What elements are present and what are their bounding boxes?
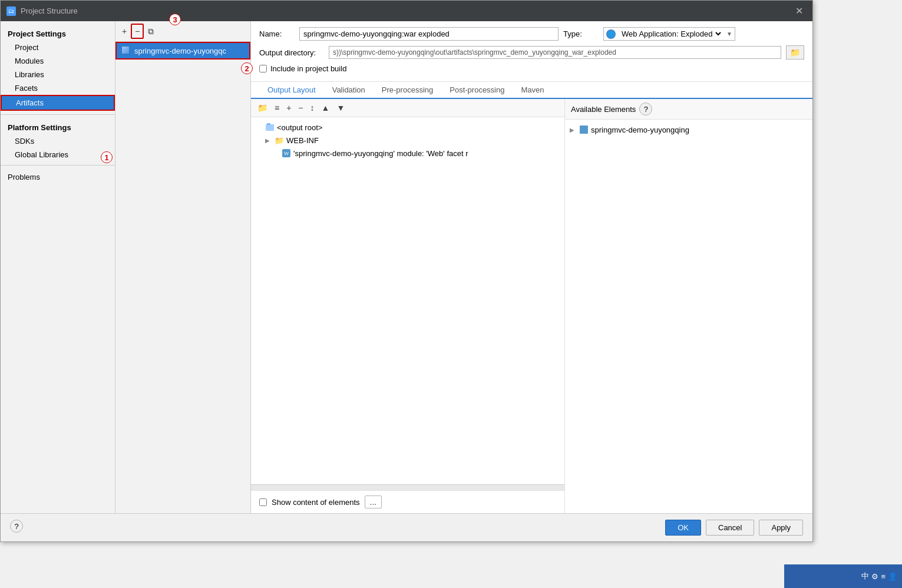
global-help-button[interactable]: ?	[10, 520, 23, 533]
taskbar-user: 👤	[888, 572, 897, 581]
expand-icon-avail[interactable]: ▶	[570, 127, 577, 133]
tree-item-output-root[interactable]: <output root>	[251, 121, 564, 134]
output-remove-btn[interactable]: −	[295, 101, 306, 114]
avail-item-label: springmvc-demo-yuyongqing	[591, 125, 689, 134]
folder-icon-webinf: 📁	[275, 136, 284, 145]
main-content: + − ⧉ 3 springmvc-demo-yuyo	[115, 21, 812, 513]
output-dir-row: Output directory: 📁	[259, 45, 804, 60]
artifact-item-name: springmvc-demo-yuyongqc	[134, 47, 226, 55]
output-area: 📁 ≡ + − ↕ ▲ ▼	[251, 99, 812, 513]
output-tree: <output root> ▶ 📁 WEB-INF	[251, 117, 564, 484]
output-list-btn[interactable]: ≡	[272, 101, 282, 114]
dialog-body: Project Settings Project Modules Librari…	[1, 21, 812, 513]
apply-button[interactable]: Apply	[759, 520, 803, 536]
output-down-btn[interactable]: ▼	[333, 101, 348, 114]
tabs-bar: Output Layout Validation Pre-processing …	[251, 82, 812, 99]
available-tree: ▶ springmvc-demo-yuyongqing	[565, 120, 812, 513]
remove-artifact-button[interactable]: −	[131, 24, 144, 39]
artifact-item[interactable]: springmvc-demo-yuyongqc	[115, 42, 250, 60]
annotation-3: 3	[169, 21, 181, 25]
sidebar: Project Settings Project Modules Librari…	[1, 21, 115, 513]
include-build-row: Include in project build	[259, 64, 804, 73]
artifact-item-icon	[121, 46, 131, 55]
output-left: 📁 ≡ + − ↕ ▲ ▼	[251, 99, 565, 513]
sidebar-item-artifacts[interactable]: Artifacts	[1, 95, 115, 111]
taskbar: 中 ⚙ ≡ 👤	[784, 564, 902, 588]
annotation-2: 2	[241, 62, 253, 74]
sidebar-item-problems[interactable]: Problems	[1, 169, 115, 185]
output-root-icon	[265, 123, 275, 132]
avail-folder-icon	[579, 125, 589, 134]
available-elements-header: Available Elements ?	[565, 99, 812, 120]
sidebar-item-global-libraries[interactable]: Global Libraries	[1, 148, 115, 161]
sidebar-divider	[1, 114, 115, 115]
taskbar-settings: ⚙	[871, 572, 878, 581]
project-structure-dialog: 🗂 Project Structure ✕ Project Settings P…	[0, 0, 813, 542]
type-label: Type:	[563, 29, 599, 38]
annotation-1: 1	[101, 151, 113, 163]
tab-validation[interactable]: Validation	[324, 82, 374, 99]
output-folder-btn[interactable]: 📁	[255, 101, 270, 114]
name-label: Name:	[259, 29, 295, 38]
platform-settings-title: Platform Settings	[1, 118, 115, 134]
details-top: Name: Type: 🌐 Web Application: Exploded …	[251, 21, 812, 82]
tab-output-layout[interactable]: Output Layout	[259, 82, 324, 99]
tree-item-module[interactable]: W 'springmvc-demo-yuyongqing' module: 'W…	[251, 147, 564, 160]
show-content-label[interactable]: Show content of elements	[272, 498, 360, 507]
tree-item-webinf[interactable]: ▶ 📁 WEB-INF	[251, 134, 564, 147]
cancel-button[interactable]: Cancel	[706, 520, 754, 536]
tab-post-processing[interactable]: Post-processing	[441, 82, 513, 99]
expand-icon-webinf[interactable]: ▶	[265, 137, 272, 144]
dialog-icon: 🗂	[6, 6, 16, 16]
project-settings-title: Project Settings	[1, 26, 115, 41]
taskbar-lang: 中	[861, 571, 869, 582]
module-label: 'springmvc-demo-yuyongqing' module: 'Web…	[293, 149, 468, 158]
close-button[interactable]: ✕	[792, 4, 807, 18]
artifact-list: springmvc-demo-yuyongqc	[115, 42, 250, 513]
include-build-label[interactable]: Include in project build	[270, 64, 346, 73]
module-icon: W	[282, 148, 291, 158]
title-bar: 🗂 Project Structure ✕	[1, 1, 812, 21]
name-type-row: Name: Type: 🌐 Web Application: Exploded …	[259, 27, 804, 41]
dialog-footer: ? OK Cancel Apply	[1, 513, 812, 541]
sidebar-item-sdks[interactable]: SDKs	[1, 134, 115, 148]
output-tree-toolbar: 📁 ≡ + − ↕ ▲ ▼	[251, 99, 564, 117]
type-select[interactable]: Web Application: Exploded	[619, 29, 723, 39]
output-root-label: <output root>	[277, 123, 322, 132]
output-sort-btn[interactable]: ↕	[308, 101, 318, 114]
tab-pre-processing[interactable]: Pre-processing	[374, 82, 441, 99]
type-icon: 🌐	[606, 29, 616, 39]
type-select-wrapper: 🌐 Web Application: Exploded ▼	[603, 27, 735, 41]
available-help-button[interactable]: ?	[639, 103, 652, 115]
output-bottom: Show content of elements ...	[251, 490, 564, 513]
artifact-toolbar: + − ⧉ 3	[115, 21, 250, 42]
output-right: Available Elements ? ▶ springmvc-demo-yu…	[565, 99, 812, 513]
details-panel: Name: Type: 🌐 Web Application: Exploded …	[251, 21, 812, 513]
h-scrollbar[interactable]	[251, 484, 564, 490]
output-up-btn[interactable]: ▲	[319, 101, 333, 114]
sidebar-item-modules[interactable]: Modules	[1, 54, 115, 68]
avail-item-springmvc[interactable]: ▶ springmvc-demo-yuyongqing	[565, 123, 812, 136]
available-elements-label: Available Elements	[571, 105, 636, 114]
ellipsis-button[interactable]: ...	[365, 495, 382, 508]
sidebar-item-libraries[interactable]: Libraries	[1, 68, 115, 81]
output-dir-input[interactable]	[329, 46, 781, 59]
name-input[interactable]	[299, 27, 559, 41]
sidebar-item-project[interactable]: Project	[1, 41, 115, 54]
browse-button[interactable]: 📁	[786, 45, 804, 60]
add-artifact-button[interactable]: +	[119, 25, 130, 38]
taskbar-menu: ≡	[881, 572, 886, 581]
ok-button[interactable]: OK	[665, 520, 701, 536]
output-add-btn[interactable]: +	[283, 101, 294, 114]
include-build-checkbox[interactable]	[259, 65, 267, 72]
show-content-checkbox[interactable]	[259, 498, 267, 506]
sidebar-item-facets[interactable]: Facets	[1, 81, 115, 95]
copy-artifact-button[interactable]: ⧉	[145, 25, 157, 38]
dialog-title: Project Structure	[21, 6, 78, 15]
type-dropdown-arrow: ▼	[726, 31, 732, 37]
tab-maven[interactable]: Maven	[513, 82, 552, 99]
sidebar-divider-2	[1, 165, 115, 166]
output-dir-label: Output directory:	[259, 48, 324, 57]
webinf-label: WEB-INF	[286, 136, 319, 145]
svg-rect-0	[266, 124, 274, 131]
